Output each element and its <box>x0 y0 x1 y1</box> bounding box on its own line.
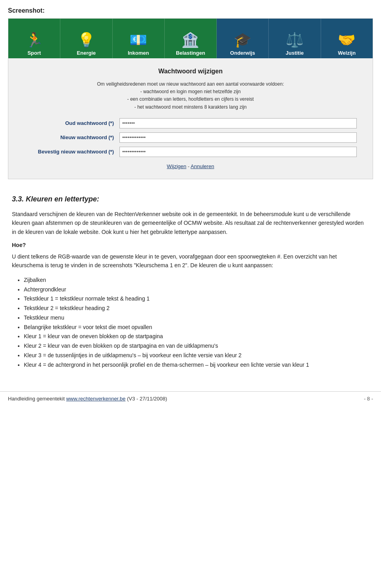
energie-icon: 💡 <box>77 32 95 48</box>
nav-item-inkomen[interactable]: 💶Inkomen <box>113 19 165 58</box>
page-footer: Handleiding gemeentekit www.rechtenverke… <box>0 391 381 406</box>
sport-icon: 🏃 <box>25 32 43 48</box>
form-row-1: Nieuw wachtwoord (*) <box>24 132 357 143</box>
footer-version2: (V3 - 27/11/2008) <box>127 396 167 402</box>
bullet-item-6: Kleur 1 = kleur van de oneven blokken op… <box>24 332 369 341</box>
form-label-2: Bevestig nieuw wachtwoord (*) <box>24 149 119 155</box>
form-row-0: Oud wachtwoord (*) <box>24 118 357 128</box>
footer-link[interactable]: www.rechtenverkenner.be <box>66 396 126 402</box>
justitie-label: Justitie <box>286 50 304 56</box>
bullet-item-8: Kleur 3 = de tussenlijntjes in de uitkla… <box>24 351 369 360</box>
bullet-item-5: Belangrijke tekstkleur = voor tekst die … <box>24 323 369 332</box>
bullet-item-2: Tekstkleur 1 = tekstkleur normale tekst … <box>24 294 369 304</box>
form-input-0[interactable] <box>119 118 357 128</box>
nav-item-sport[interactable]: 🏃Sport <box>8 19 60 58</box>
form-fields: Oud wachtwoord (*) Nieuw wachtwoord (*) … <box>24 118 357 157</box>
form-label-1: Nieuw wachtwoord (*) <box>24 134 119 140</box>
form-input-1[interactable] <box>119 132 357 143</box>
form-title: Wachtwoord wijzigen <box>24 68 357 75</box>
form-desc-line3: - een combinatie van letters, hoofdlette… <box>127 96 254 102</box>
onderwijs-icon: 🎓 <box>234 32 252 48</box>
nav-item-onderwijs[interactable]: 🎓Onderwijs <box>217 19 269 58</box>
form-label-0: Oud wachtwoord (*) <box>24 120 119 126</box>
bullet-item-4: Tekstkleur menu <box>24 313 369 323</box>
bullet-item-1: Achtergrondkleur <box>24 285 369 295</box>
onderwijs-label: Onderwijs <box>230 50 255 56</box>
footer-left: Handleiding gemeentekit www.rechtenverke… <box>8 396 167 402</box>
belastingen-label: Belastingen <box>176 50 205 56</box>
footer-page-number: - 8 - <box>364 396 373 402</box>
nav-item-energie[interactable]: 💡Energie <box>60 19 112 58</box>
form-desc-line4: - het wachtwoord moet minstens 8 karakte… <box>135 104 247 110</box>
bullet-item-9: Kleur 4 = de achtergrond in het persoonl… <box>24 360 369 370</box>
form-area: Wachtwoord wijzigen Om veiligheidsredene… <box>8 58 373 179</box>
paragraph-2: U dient telkens de RGB-waarde van de gew… <box>12 252 369 270</box>
paragraphs-container: Standaard verschijnen de kleuren van de … <box>12 210 369 270</box>
belastingen-icon: 🏦 <box>181 32 199 48</box>
bullet-item-0: Zijbalken <box>24 276 369 285</box>
form-description: Om veiligheidsredenen moet uw nieuw wach… <box>24 80 357 111</box>
form-desc-line1: Om veiligheidsredenen moet uw nieuw wach… <box>97 81 284 87</box>
inkomen-label: Inkomen <box>128 50 149 56</box>
screenshot-box: 🏃Sport💡Energie💶Inkomen🏦Belastingen🎓Onder… <box>8 18 373 179</box>
nav-item-belastingen[interactable]: 🏦Belastingen <box>165 19 217 58</box>
form-desc-line2: - wachtwoord en login mogen niet hetzelf… <box>140 89 241 94</box>
inkomen-icon: 💶 <box>129 32 147 48</box>
form-input-2[interactable] <box>119 147 357 157</box>
welzijn-icon: 🤝 <box>338 32 356 48</box>
section-heading: 3.3. Kleuren en lettertype: <box>12 195 369 203</box>
bullet-list: ZijbalkenAchtergrondkleurTekstkleur 1 = … <box>24 276 369 370</box>
form-row-2: Bevestig nieuw wachtwoord (*) <box>24 147 357 157</box>
page-heading: Screenshot: <box>8 7 381 14</box>
bullet-item-7: Kleur 2 = kleur van de even blokken op d… <box>24 341 369 351</box>
energie-label: Energie <box>77 50 96 56</box>
form-actions: Wijzigen - Annuleren <box>24 163 357 169</box>
bullet-item-3: Tekstkleur 2 = tekstkleur heading 2 <box>24 304 369 313</box>
wijzigen-link[interactable]: Wijzigen <box>167 163 186 169</box>
sport-label: Sport <box>27 50 41 56</box>
justitie-icon: ⚖️ <box>286 32 304 48</box>
footer-text: Handleiding gemeentekit <box>8 396 66 402</box>
welzijn-label: Welzijn <box>338 50 356 56</box>
nav-bar: 🏃Sport💡Energie💶Inkomen🏦Belastingen🎓Onder… <box>8 19 373 58</box>
annuleren-link[interactable]: Annuleren <box>190 163 214 169</box>
paragraph-1: Hoe? <box>12 242 369 248</box>
content-area: 3.3. Kleuren en lettertype: Standaard ve… <box>0 187 381 383</box>
nav-item-justitie[interactable]: ⚖️Justitie <box>269 19 321 58</box>
paragraph-0: Standaard verschijnen de kleuren van de … <box>12 210 369 236</box>
nav-item-welzijn[interactable]: 🤝Welzijn <box>321 19 373 58</box>
